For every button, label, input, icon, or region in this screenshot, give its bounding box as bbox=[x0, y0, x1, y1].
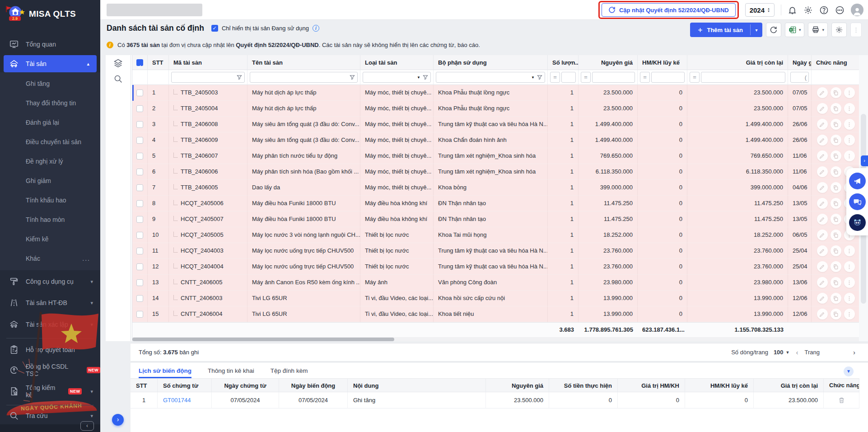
col-header-dept[interactable]: Bộ phận sử dụng bbox=[434, 55, 548, 70]
sidebar-item-tai-san-htdb[interactable]: Tài sản HT-ĐB ▾ bbox=[0, 292, 100, 314]
checkbox-checked-icon[interactable] bbox=[211, 25, 218, 32]
more-options-icon[interactable] bbox=[835, 5, 845, 15]
col-header-date[interactable]: Ngày g bbox=[788, 55, 812, 70]
edit-button[interactable] bbox=[817, 166, 828, 177]
select-all-checkbox[interactable] bbox=[136, 59, 143, 66]
edit-button[interactable] bbox=[817, 214, 828, 225]
table-row[interactable]: 15 CNTT_2406004 Tivi LG 65UR Ti vi, đầu … bbox=[132, 306, 859, 322]
col-header-cost[interactable]: Nguyên giá bbox=[579, 55, 638, 70]
sidebar-item-tong-quan[interactable]: Tổng quan bbox=[0, 35, 100, 53]
ai-assistant-button[interactable] bbox=[849, 214, 866, 231]
edit-button[interactable] bbox=[817, 103, 828, 114]
row-checkbox[interactable] bbox=[136, 263, 143, 270]
scrollbar-thumb[interactable] bbox=[132, 338, 394, 341]
filter-funnel-icon[interactable] bbox=[349, 74, 355, 80]
table-row[interactable]: 9 HCQT_2405007 Máy điều hòa Funiki 18000… bbox=[132, 211, 859, 227]
sidebar-subitem[interactable]: Khác ... bbox=[0, 249, 100, 268]
duplicate-button[interactable] bbox=[831, 166, 841, 177]
sidebar-collapse-button[interactable]: ‹ bbox=[80, 421, 94, 431]
table-row[interactable]: 6 TTB_2406006 Máy phân tích sinh hóa (Ba… bbox=[132, 164, 859, 180]
sidebar-subitem[interactable]: Kiểm kê bbox=[0, 230, 100, 249]
filter-input-name[interactable] bbox=[250, 72, 358, 83]
sidebar-subitem[interactable]: Đánh giá lại bbox=[0, 113, 100, 132]
spinner-arrows-icon[interactable]: ▲▼ bbox=[767, 7, 770, 13]
table-settings-button[interactable] bbox=[831, 23, 847, 37]
row-checkbox[interactable] bbox=[136, 232, 143, 239]
prev-page-button[interactable]: ‹ bbox=[795, 348, 799, 356]
next-page-button[interactable]: › bbox=[852, 348, 856, 356]
col-header-name[interactable]: Tên tài sản bbox=[247, 55, 360, 70]
table-row[interactable]: 12 HCQT_2404004 Máy lọc nước uống trực t… bbox=[132, 259, 859, 275]
more-options-icon[interactable]: ... bbox=[82, 249, 90, 268]
tree-expand-icon[interactable] bbox=[173, 89, 177, 94]
filter-select-dept[interactable]: ▼ bbox=[436, 72, 545, 83]
sidebar-item-ho-tro-quyet-toan[interactable]: Hỗ trợ quyết toán bbox=[0, 340, 100, 360]
announcements-button[interactable] bbox=[849, 173, 866, 189]
tree-expand-icon[interactable] bbox=[173, 295, 177, 300]
chat-support-button[interactable] bbox=[849, 193, 866, 210]
tree-expand-icon[interactable] bbox=[173, 216, 177, 221]
settings-gear-icon[interactable] bbox=[803, 5, 813, 15]
table-row[interactable]: 2 TTB_2405004 Máy hút dịch áp lực thấp M… bbox=[132, 101, 859, 117]
panel-expand-button[interactable]: › bbox=[112, 414, 124, 426]
info-icon[interactable]: i bbox=[313, 25, 319, 32]
duplicate-button[interactable] bbox=[831, 277, 841, 288]
table-row[interactable]: 10 HCQT_2405005 Máy lọc nước 3 vòi nóng … bbox=[132, 227, 859, 243]
chevron-down-icon[interactable]: ▾ bbox=[822, 28, 824, 32]
horizontal-scrollbar[interactable] bbox=[132, 337, 859, 341]
table-row[interactable]: 3 TTB_2406008 Máy siêu âm tổng quát (3 đ… bbox=[132, 117, 859, 132]
in-use-filter-checkbox[interactable]: Chỉ hiển thị tài sản Đang sử dụng i bbox=[211, 25, 319, 32]
notifications-bell-icon[interactable] bbox=[788, 5, 797, 15]
sidebar-item-tong-kiem-ke[interactable]: Tổng kiểm kê NEW ▾ bbox=[0, 380, 100, 402]
sidebar-item-cong-cu-dung-cu[interactable]: Công cụ dụng cụ ▾ bbox=[0, 271, 100, 292]
duplicate-button[interactable] bbox=[831, 150, 841, 161]
tree-expand-icon[interactable] bbox=[173, 169, 177, 174]
row-more-button[interactable] bbox=[844, 245, 855, 256]
filter-operator-cost[interactable]: = bbox=[581, 72, 591, 83]
duplicate-button[interactable] bbox=[831, 182, 841, 193]
filter-input-dep[interactable] bbox=[651, 72, 685, 83]
edit-button[interactable] bbox=[817, 119, 828, 130]
filter-input-date[interactable]: ( bbox=[790, 72, 809, 83]
col-header-qty[interactable]: Số lượn... bbox=[548, 55, 579, 70]
row-more-button[interactable] bbox=[844, 87, 855, 98]
tree-expand-icon[interactable] bbox=[173, 248, 177, 253]
duplicate-button[interactable] bbox=[831, 87, 841, 98]
filter-input-remain[interactable] bbox=[701, 72, 785, 83]
tree-expand-icon[interactable] bbox=[173, 311, 177, 316]
sidebar-item-dong-bo-csdl-tsc[interactable]: Đồng bộ CSDL TSC NEW bbox=[0, 360, 100, 380]
app-logo[interactable]: 2.9 MISA QLTS bbox=[5, 4, 76, 24]
duplicate-button[interactable] bbox=[831, 309, 841, 319]
col-header-dep[interactable]: HM/KH lũy kế bbox=[638, 55, 687, 70]
layers-icon[interactable] bbox=[113, 58, 123, 68]
duplicate-button[interactable] bbox=[831, 245, 841, 256]
sidebar-subitem[interactable]: Thay đổi thông tin bbox=[0, 94, 100, 113]
detail-row[interactable]: 1 GT001744 07/05/2024 07/05/2024 Ghi tăn… bbox=[131, 392, 859, 409]
edit-button[interactable] bbox=[817, 245, 828, 256]
tree-expand-icon[interactable] bbox=[173, 279, 177, 284]
filter-input-code[interactable] bbox=[171, 72, 245, 83]
delete-trash-icon[interactable] bbox=[838, 397, 845, 404]
table-row[interactable]: 11 HCQT_2404003 Máy lọc nước uống trực t… bbox=[132, 243, 859, 259]
refresh-button[interactable] bbox=[766, 23, 781, 37]
row-checkbox[interactable] bbox=[136, 184, 143, 191]
panel-collapse-button[interactable]: ▼ bbox=[844, 366, 854, 376]
row-checkbox[interactable] bbox=[136, 248, 143, 254]
row-checkbox[interactable] bbox=[136, 137, 143, 144]
row-checkbox[interactable] bbox=[136, 279, 143, 286]
edit-button[interactable] bbox=[817, 309, 828, 319]
col-header-type[interactable]: Loại tài sản bbox=[360, 55, 434, 70]
row-checkbox[interactable] bbox=[136, 153, 143, 160]
tab-tep-dinh-kem[interactable]: Tệp đính kèm bbox=[271, 367, 308, 378]
table-row[interactable]: 1 TTB_2405003 Máy hút dịch áp lực thấp M… bbox=[132, 85, 859, 101]
edit-button[interactable] bbox=[817, 230, 828, 240]
edit-button[interactable] bbox=[817, 198, 828, 209]
duplicate-button[interactable] bbox=[831, 293, 841, 304]
tree-expand-icon[interactable] bbox=[173, 105, 177, 110]
filter-funnel-icon[interactable] bbox=[236, 74, 243, 80]
more-actions-button[interactable] bbox=[850, 23, 862, 37]
table-row[interactable]: 13 CNTT_2406005 Máy ảnh Canon Eos R50 kè… bbox=[132, 275, 859, 291]
help-question-icon[interactable] bbox=[819, 5, 829, 15]
tree-expand-icon[interactable] bbox=[173, 137, 177, 142]
col-header-remain[interactable]: Giá trị còn lại bbox=[687, 55, 788, 70]
